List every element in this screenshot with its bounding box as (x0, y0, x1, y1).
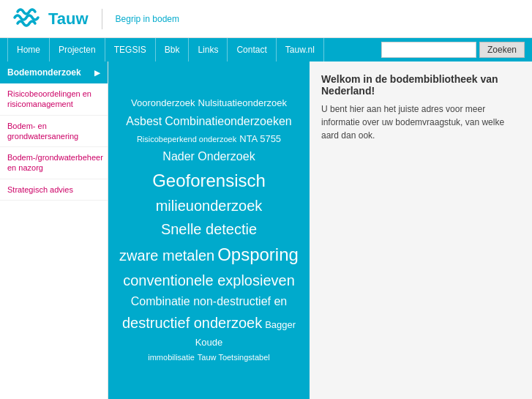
tag-conventionele[interactable]: conventionele explosieven (123, 270, 295, 291)
tag-row-6: zware metalen Opsporing (119, 242, 299, 267)
sidebar-item-strategisch[interactable]: Strategisch advies (0, 179, 108, 201)
tag-cloud: Vooronderzoek Nulsituatieonderzoek Asbes… (108, 61, 310, 399)
search-area: Zoeken (381, 42, 525, 58)
tag-immobilisatie[interactable]: immobilisatie (148, 352, 195, 363)
tag-row-10: immobilisatie Tauw Toetsingstabel (148, 352, 269, 363)
tag-geoforensisch[interactable]: Geoforensisch (152, 168, 266, 193)
tag-asbest[interactable]: Asbest (126, 113, 162, 130)
tag-combinatie-non[interactable]: Combinatie non-destructief en (131, 294, 287, 310)
search-button[interactable]: Zoeken (479, 42, 525, 58)
sidebar-heading-label: Bodemonderzoek (7, 67, 81, 78)
main-area: Bodemonderzoek ▶ Risicobeoordelingen en … (0, 61, 532, 399)
tag-row-4: Nader Onderzoek Geoforensisch (117, 149, 301, 193)
tag-row-7: conventionele explosieven (123, 270, 295, 291)
tag-snelle[interactable]: Snelle detectie (161, 219, 257, 239)
nav-links: Home Projecten TEGSIS Bbk Links Contact … (7, 38, 381, 61)
nav-tauw[interactable]: Tauw.nl (277, 38, 324, 61)
welcome-text: U bent hier aan het juiste adres voor me… (321, 102, 520, 142)
sidebar-item-bodem-grondwater[interactable]: Bodem- en grondwatersanering (0, 116, 108, 148)
sidebar-item-bodem-grondwaterbeheer[interactable]: Bodem-/grondwaterbeheer en nazorg (0, 147, 108, 179)
nav-bbk[interactable]: Bbk (156, 38, 190, 61)
logo-divider (102, 9, 102, 29)
tauw-logo-icon (12, 6, 41, 32)
navbar: Home Projecten TEGSIS Bbk Links Contact … (0, 38, 532, 61)
tag-opsporing[interactable]: Opsporing (217, 242, 299, 267)
nav-tegsis[interactable]: TEGSIS (105, 38, 156, 61)
welcome-title: Welkom in de bodembibliotheek van Nederl… (321, 73, 520, 97)
tag-risicobeperkend[interactable]: Risicobeperkend onderzoek (137, 134, 236, 145)
tag-bagger[interactable]: Bagger (265, 318, 296, 332)
logo-text: Tauw (48, 10, 89, 29)
tag-combinatie[interactable]: Combinatieonderzoeken (165, 113, 291, 130)
nav-links[interactable]: Links (189, 38, 228, 61)
tag-tauw-toetsingstabel[interactable]: Tauw Toetsingstabel (198, 352, 270, 363)
tag-row-5: milieuonderzoek Snelle detectie (117, 195, 301, 239)
sidebar: Bodemonderzoek ▶ Risicobeoordelingen en … (0, 61, 108, 399)
sidebar-arrow-icon: ▶ (94, 69, 100, 77)
tag-row-8: Combinatie non-destructief en (131, 294, 287, 310)
logo-tagline: Begrip in bodem (116, 14, 179, 24)
tag-nulsituatie[interactable]: Nulsituatieonderzoek (198, 97, 287, 110)
welcome-area: Welkom in de bodembibliotheek van Nederl… (310, 61, 532, 399)
nav-home[interactable]: Home (7, 38, 50, 61)
content-area: Vooronderzoek Nulsituatieonderzoek Asbes… (108, 61, 532, 399)
tag-koude[interactable]: Koude (195, 336, 223, 349)
tag-row-1: Vooronderzoek Nulsituatieonderzoek (131, 97, 287, 110)
sidebar-heading[interactable]: Bodemonderzoek ▶ (0, 61, 108, 83)
header: Tauw Begrip in bodem (0, 0, 532, 38)
nav-contact[interactable]: Contact (228, 38, 276, 61)
logo-area: Tauw Begrip in bodem (12, 6, 179, 32)
tag-row-2: Asbest Combinatieonderzoeken (126, 113, 291, 130)
nav-projecten[interactable]: Projecten (50, 38, 105, 61)
tag-nta[interactable]: NTA 5755 (239, 133, 281, 146)
tag-zware[interactable]: zware metalen (119, 245, 214, 266)
search-input[interactable] (381, 42, 476, 58)
tag-row-9: destructief onderzoek Bagger Koude (117, 313, 301, 349)
tag-destructief[interactable]: destructief onderzoek (122, 313, 262, 333)
tag-nader[interactable]: Nader Onderzoek (162, 149, 255, 165)
tag-row-3: Risicobeperkend onderzoek NTA 5755 (137, 133, 281, 146)
tag-vooronderzoek[interactable]: Vooronderzoek (131, 97, 195, 110)
sidebar-item-risicobeoordelingen[interactable]: Risicobeoordelingen en risicomanagement (0, 83, 108, 116)
tag-milieu[interactable]: milieuonderzoek (156, 195, 263, 216)
